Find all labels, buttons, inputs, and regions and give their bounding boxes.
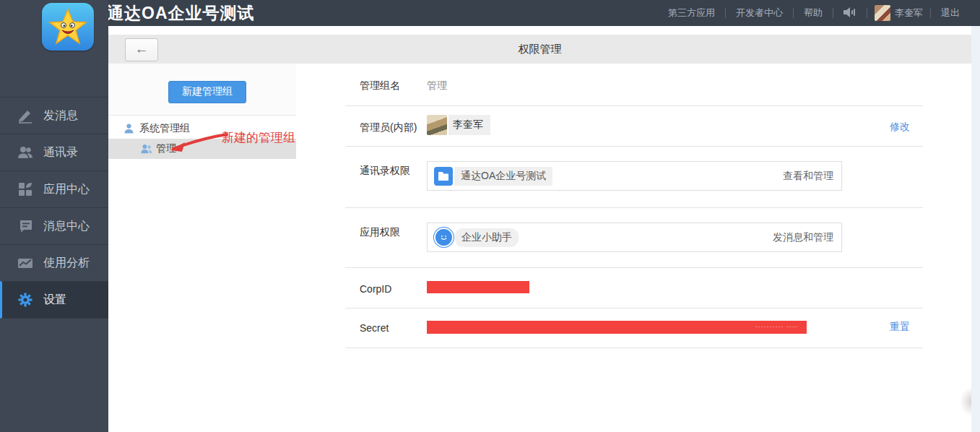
corpid-redacted-value	[427, 281, 529, 293]
top-bar: 通达OA企业号测试 第三方应用 开发者中心 帮助 李奎军 退出	[0, 0, 980, 26]
nav-help[interactable]: 帮助	[794, 7, 833, 20]
app-permission-mode: 发消息和管理	[773, 231, 833, 244]
nav-developer-center[interactable]: 开发者中心	[726, 7, 793, 20]
top-nav: 第三方应用 开发者中心 帮助 李奎军 退出	[658, 0, 970, 26]
sidebar-item-send-message[interactable]: 发消息	[0, 97, 108, 134]
app-permission-item: 企业小助手	[434, 228, 519, 247]
app-permission-name: 企业小助手	[455, 228, 519, 247]
sidebar-item-app-center[interactable]: 应用中心	[0, 170, 108, 207]
field-label: CorpID	[360, 283, 391, 295]
sidebar-item-label: 应用中心	[43, 182, 90, 197]
message-icon	[17, 218, 33, 234]
folder-icon	[434, 167, 453, 186]
gear-icon	[17, 292, 33, 308]
page-header: 权限管理 ←	[108, 35, 971, 64]
admin-user-chip: 李奎军	[427, 115, 490, 135]
user-avatar[interactable]	[875, 5, 890, 21]
page-right-margin	[971, 26, 980, 432]
sidebar-item-label: 设置	[43, 293, 66, 308]
field-label: 管理员(内部)	[360, 121, 417, 134]
app-title: 通达OA企业号测试	[107, 2, 255, 25]
sidebar-item-contacts[interactable]: 通讯录	[0, 134, 108, 170]
admin-group-panel: 新建管理组 系统管理组 管理	[108, 64, 297, 432]
nav-divider	[867, 8, 867, 18]
assistant-smile-icon	[434, 228, 454, 247]
sidebar: 发消息 通讯录 应用中心 消息中心	[0, 0, 108, 432]
new-admin-group-button[interactable]: 新建管理组	[168, 81, 246, 103]
nav-third-party-apps[interactable]: 第三方应用	[658, 7, 725, 20]
secret-redacted-value: ---------- ----	[427, 321, 807, 334]
two-users-icon	[141, 144, 152, 154]
sidebar-item-label: 发消息	[43, 108, 78, 124]
annotation-new-group-label: 新建的管理组	[222, 129, 295, 146]
contacts-permission-item: 通达OA企业号测试	[434, 167, 552, 186]
admin-avatar	[427, 115, 447, 135]
field-label: 通讯录权限	[360, 165, 410, 178]
contacts-icon	[17, 144, 33, 160]
back-arrow-icon: ←	[135, 41, 149, 56]
edge-widget-partial	[960, 387, 971, 416]
field-label: 应用权限	[360, 226, 400, 239]
sidebar-item-label: 通讯录	[43, 145, 78, 160]
field-label: Secret	[360, 322, 389, 334]
secret-faint-text: ---------- ----	[755, 323, 798, 330]
field-label: 管理组名	[360, 79, 400, 92]
page-title: 权限管理	[108, 35, 971, 64]
speaker-icon[interactable]	[833, 7, 867, 20]
group-name-value: 管理	[427, 79, 447, 92]
row-corpid: CorpID	[345, 267, 923, 308]
apps-icon	[17, 181, 33, 197]
admin-name: 李奎军	[448, 115, 490, 135]
sidebar-item-settings[interactable]: 设置	[0, 281, 108, 319]
modify-admin-link[interactable]: 修改	[890, 121, 910, 134]
row-secret: Secret ---------- ---- 重置	[345, 308, 923, 348]
reset-secret-link[interactable]: 重置	[890, 321, 910, 334]
row-group-name: 管理组名 管理	[345, 64, 923, 106]
sidebar-item-usage-analytics[interactable]: 使用分析	[0, 244, 108, 281]
logout-link[interactable]: 退出	[931, 7, 970, 20]
sidebar-item-label: 消息中心	[43, 219, 90, 234]
row-contacts-permission: 通讯录权限 通达OA企业号测试 查看和管理	[345, 146, 923, 208]
star-app-logo	[42, 3, 94, 51]
contacts-permission-mode: 查看和管理	[783, 170, 833, 183]
app-permission-box: 企业小助手 发消息和管理	[427, 223, 842, 252]
user-name[interactable]: 李奎军	[890, 7, 930, 20]
row-app-permission: 应用权限 企业小助手 发消息和管理	[345, 207, 923, 268]
contacts-permission-name: 通达OA企业号测试	[454, 167, 552, 186]
pencil-icon	[17, 108, 33, 124]
single-user-icon	[124, 124, 135, 134]
sidebar-item-message-center[interactable]: 消息中心	[0, 207, 108, 244]
sidebar-menu: 发消息 通讯录 应用中心 消息中心	[0, 97, 108, 319]
analytics-icon	[17, 255, 33, 271]
permission-detail-form: 管理组名 管理 管理员(内部) 李奎军 修改 通讯录权限 通达OA企业号测试 查…	[296, 64, 971, 432]
app-window: 通达OA企业号测试 第三方应用 开发者中心 帮助 李奎军 退出	[0, 0, 980, 432]
sidebar-item-label: 使用分析	[43, 256, 90, 271]
annotation-arrow	[160, 130, 233, 156]
back-button[interactable]: ←	[125, 38, 158, 61]
contacts-permission-box: 通达OA企业号测试 查看和管理	[427, 161, 842, 191]
row-admin: 管理员(内部) 李奎军 修改	[345, 105, 923, 147]
